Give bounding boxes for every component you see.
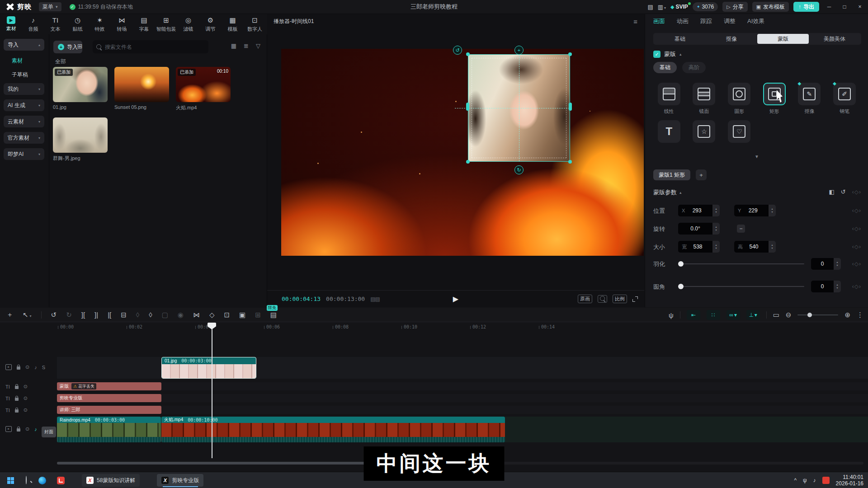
- text-clip[interactable]: 讲师: 三郎: [57, 406, 161, 414]
- position-x-stepper[interactable]: ▴▾: [712, 205, 720, 216]
- speaker-icon[interactable]: ♪: [34, 365, 37, 370]
- inspector-tab[interactable]: 跟踪: [700, 17, 712, 25]
- media-item[interactable]: Sunset 05.png: [114, 67, 169, 111]
- mask-type-linear[interactable]: 线性: [651, 83, 687, 115]
- add-mask-button[interactable]: +: [696, 169, 707, 180]
- mask-type-heart-mask[interactable]: ♡: [722, 120, 757, 143]
- input-method-icon[interactable]: [822, 477, 830, 484]
- resize-handle-icon[interactable]: +: [514, 46, 524, 55]
- speaker-icon[interactable]: ♪: [813, 477, 816, 483]
- level-tab[interactable]: 基础: [653, 62, 677, 73]
- minimize-button[interactable]: ─: [824, 4, 835, 10]
- playhead-line[interactable]: [212, 323, 212, 458]
- taskbar-window[interactable]: X剪映专业版: [157, 474, 203, 487]
- rotation-reset-button[interactable]: −: [737, 225, 745, 233]
- media-nav-cloud-material[interactable]: 云素材▾: [4, 116, 44, 127]
- handle-right-mid[interactable]: [569, 103, 572, 111]
- ruler-icon[interactable]: ▭: [773, 311, 779, 319]
- inspector-subtab[interactable]: 蒙版: [757, 34, 809, 44]
- media-item[interactable]: 已添加01.jpg: [53, 67, 108, 111]
- handle-left-mid[interactable]: [466, 103, 469, 111]
- invert-mask-icon[interactable]: ◧: [829, 188, 835, 195]
- video-track-icon[interactable]: ▸: [5, 426, 12, 432]
- media-item[interactable]: 群舞-男.jpeg: [53, 117, 108, 162]
- credits-pill[interactable]: ✦ 3076: [693, 2, 718, 11]
- feather-keyframe-icon[interactable]: ‹◇›: [852, 261, 861, 267]
- publish-template-button[interactable]: ▣ 发布模板: [752, 2, 789, 12]
- share-button[interactable]: ▷ 分享: [722, 2, 747, 12]
- overlay-clip-01jpg[interactable]: 01.jpg 00:00:03:00: [161, 357, 256, 379]
- media-nav-mine[interactable]: 我的▾: [4, 83, 44, 95]
- text-clip[interactable]: 剪映专业版: [57, 394, 161, 402]
- text-frame-icon[interactable]: ⊞: [255, 311, 261, 319]
- keyframe-icon[interactable]: ‹◇›: [852, 189, 861, 195]
- taskbar-search-icon[interactable]: [26, 476, 27, 484]
- text-clip[interactable]: 蒙版⚠花字丢失: [57, 382, 161, 390]
- handle-bottom-right[interactable]: [568, 160, 572, 164]
- mask-type-matting[interactable]: ✎◆抠像: [792, 83, 827, 115]
- params-collapse-icon[interactable]: ▴: [679, 190, 682, 195]
- text-track-icon[interactable]: TI: [5, 396, 10, 401]
- text-track-icon[interactable]: TI: [5, 384, 10, 389]
- lock-icon[interactable]: [17, 366, 20, 370]
- voiceover-icon[interactable]: ψ: [669, 311, 674, 319]
- frame-list-icon[interactable]: ▤▤: [370, 296, 380, 302]
- top-nav-item-template[interactable]: ▦模板: [222, 14, 244, 34]
- mask-type-star-mask[interactable]: ☆: [687, 120, 722, 143]
- mask-tile-star-mask[interactable]: ☆: [693, 120, 715, 143]
- mute-icon[interactable]: ♪: [34, 427, 37, 432]
- feather-value-field[interactable]: 0: [811, 258, 834, 270]
- position-x-field[interactable]: X 293: [678, 205, 712, 216]
- mic-icon[interactable]: ψ: [803, 477, 807, 483]
- mask-type-text-mask[interactable]: T: [651, 120, 687, 143]
- inspector-tab[interactable]: 动画: [677, 17, 689, 25]
- top-nav-item-transition[interactable]: ⋈转场: [111, 14, 133, 34]
- handle-bottom-left[interactable]: [466, 160, 470, 164]
- cover-button[interactable]: 封面: [42, 427, 56, 437]
- split-icon[interactable]: ][: [81, 311, 85, 319]
- filter-icon[interactable]: ▽: [256, 42, 260, 49]
- quality-button[interactable]: 原画: [578, 295, 592, 303]
- delete-icon[interactable]: ⊟: [121, 311, 127, 319]
- top-nav-item-smart-pack[interactable]: ⊞智能包装: [155, 14, 177, 34]
- top-nav-item-filter[interactable]: ◎滤镜: [177, 14, 199, 34]
- crop-icon[interactable]: ⊡: [224, 311, 230, 319]
- position-keyframe-icon[interactable]: ‹◇›: [852, 207, 861, 214]
- corner-slider[interactable]: [679, 286, 804, 287]
- zoom-in-icon[interactable]: ⊕: [844, 311, 850, 319]
- media-nav-import[interactable]: 导入▴: [4, 39, 44, 51]
- handle-top-right[interactable]: [568, 52, 572, 56]
- tray-expand-icon[interactable]: ^: [794, 477, 797, 483]
- restore-button[interactable]: □: [839, 4, 850, 10]
- main-clip[interactable]: 火焰.mp400:00:10:00: [161, 417, 505, 442]
- magnet-icon[interactable]: ∷: [707, 310, 720, 320]
- feather-slider[interactable]: [679, 263, 804, 264]
- lock-icon[interactable]: [17, 428, 20, 432]
- eye-icon[interactable]: ⊙: [25, 364, 29, 370]
- panels-icon[interactable]: ▥▾: [658, 4, 666, 10]
- inspector-tab[interactable]: AI效果: [747, 17, 764, 25]
- freeze-frame-icon[interactable]: ▢: [162, 311, 168, 319]
- mask-checkbox[interactable]: ✓: [653, 51, 660, 58]
- top-nav-item-effect[interactable]: ✶特效: [89, 14, 111, 34]
- rotation-stepper[interactable]: ▴▾: [712, 223, 720, 235]
- size-keyframe-icon[interactable]: ‹◇›: [852, 244, 861, 250]
- import-folder-icon[interactable]: ⊞: [77, 42, 83, 50]
- red-app-icon[interactable]: [57, 477, 65, 484]
- top-nav-item-adjust[interactable]: ⚙调节: [199, 14, 222, 34]
- lock-icon[interactable]: [15, 409, 19, 413]
- eye-icon[interactable]: ⊙: [24, 395, 28, 401]
- split-right-icon[interactable]: |[: [108, 311, 111, 319]
- zoom-out-icon[interactable]: ⊖: [786, 311, 792, 319]
- lock-icon[interactable]: [15, 398, 19, 401]
- size-height-stepper[interactable]: ▴▾: [769, 241, 776, 253]
- eye-icon[interactable]: ⊙: [24, 384, 28, 389]
- rotate-icon[interactable]: ◇: [209, 311, 215, 319]
- taskbar-window[interactable]: X58蒙版知识讲解: [82, 474, 140, 487]
- media-thumbnail[interactable]: [114, 67, 169, 102]
- feather-slider-thumb[interactable]: [678, 261, 684, 267]
- redo-icon[interactable]: ↻: [66, 311, 72, 319]
- search-input[interactable]: [104, 43, 196, 51]
- sort-icon[interactable]: ≣: [244, 42, 249, 49]
- ratio-button[interactable]: 比例: [613, 295, 627, 303]
